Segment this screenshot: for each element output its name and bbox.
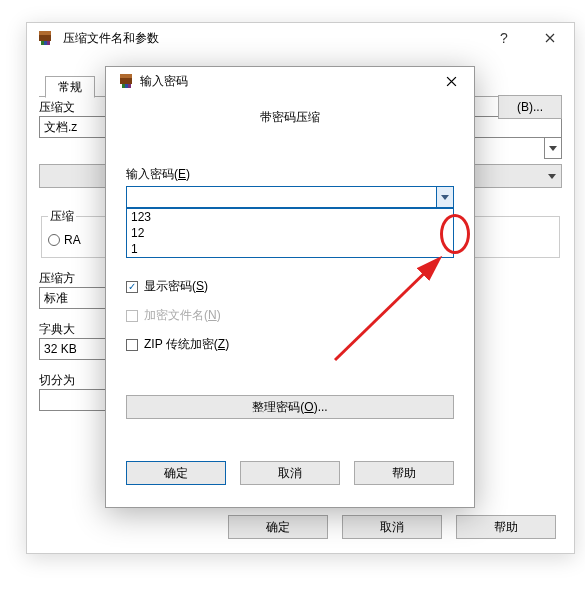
zip-legacy-label: ZIP 传统加密(Z) xyxy=(144,336,229,353)
svg-rect-9 xyxy=(128,84,131,88)
password-option[interactable]: 123 xyxy=(127,209,453,225)
encrypt-filenames-label: 加密文件名(N) xyxy=(144,307,221,324)
encrypt-filenames-checkbox: 加密文件名(N) xyxy=(126,307,454,324)
svg-rect-4 xyxy=(47,41,50,45)
method-combo[interactable]: 标准 xyxy=(39,287,111,309)
filename-value: 文档.z xyxy=(44,119,77,136)
tab-general[interactable]: 常规 xyxy=(45,76,95,98)
svg-rect-2 xyxy=(41,41,44,45)
front-title: 输入密码 xyxy=(140,73,434,90)
show-password-checkbox[interactable]: 显示密码(S) xyxy=(126,278,454,295)
filename-label: 压缩文 xyxy=(39,100,75,114)
svg-rect-8 xyxy=(125,84,128,88)
method-label: 压缩方 xyxy=(39,271,75,285)
browse-button[interactable]: (B)... xyxy=(498,95,562,119)
checkbox-icon xyxy=(126,281,138,293)
dict-label: 字典大 xyxy=(39,322,75,336)
password-dropdown-button[interactable] xyxy=(436,186,454,208)
svg-rect-6 xyxy=(120,74,132,78)
close-icon[interactable] xyxy=(530,25,570,51)
back-title: 压缩文件名和参数 xyxy=(63,30,478,47)
method-value: 标准 xyxy=(44,290,68,307)
password-dialog: 输入密码 带密码压缩 输入密码(E) 123 12 1 显示密码(S) xyxy=(105,66,475,508)
format-radio-rar[interactable]: RA xyxy=(48,233,81,247)
format-label: 压缩 xyxy=(48,208,76,225)
split-label: 切分为 xyxy=(39,373,75,387)
back-titlebar: 压缩文件名和参数 ? xyxy=(27,23,574,53)
password-option[interactable]: 12 xyxy=(127,225,453,241)
password-dropdown-list[interactable]: 123 12 1 xyxy=(126,208,454,258)
manage-passwords-button[interactable]: 整理密码(O)... xyxy=(126,395,454,419)
checkbox-icon xyxy=(126,310,138,322)
back-ok-button[interactable]: 确定 xyxy=(228,515,328,539)
password-label: 输入密码(E) xyxy=(126,166,454,183)
chevron-down-icon xyxy=(543,165,561,187)
filename-dropdown-arrow[interactable] xyxy=(544,137,562,159)
svg-rect-1 xyxy=(39,31,51,35)
back-cancel-button[interactable]: 取消 xyxy=(342,515,442,539)
svg-rect-3 xyxy=(44,41,47,45)
section-title: 带密码压缩 xyxy=(106,109,474,126)
checkbox-icon xyxy=(126,339,138,351)
app-icon-front xyxy=(118,73,134,89)
dict-combo[interactable]: 32 KB xyxy=(39,338,111,360)
password-input[interactable] xyxy=(126,186,454,208)
front-cancel-button[interactable]: 取消 xyxy=(240,461,340,485)
dict-value: 32 KB xyxy=(44,342,77,356)
zip-legacy-checkbox[interactable]: ZIP 传统加密(Z) xyxy=(126,336,454,353)
password-option[interactable]: 1 xyxy=(127,241,453,257)
front-close-button[interactable] xyxy=(434,68,468,94)
front-ok-button[interactable]: 确定 xyxy=(126,461,226,485)
front-help-button[interactable]: 帮助 xyxy=(354,461,454,485)
back-help-button[interactable]: 帮助 xyxy=(456,515,556,539)
app-icon xyxy=(37,30,53,46)
help-button[interactable]: ? xyxy=(484,25,524,51)
front-titlebar: 输入密码 xyxy=(106,67,474,95)
show-password-label: 显示密码(S) xyxy=(144,278,208,295)
svg-rect-7 xyxy=(122,84,125,88)
format-radio-label: RA xyxy=(64,233,81,247)
